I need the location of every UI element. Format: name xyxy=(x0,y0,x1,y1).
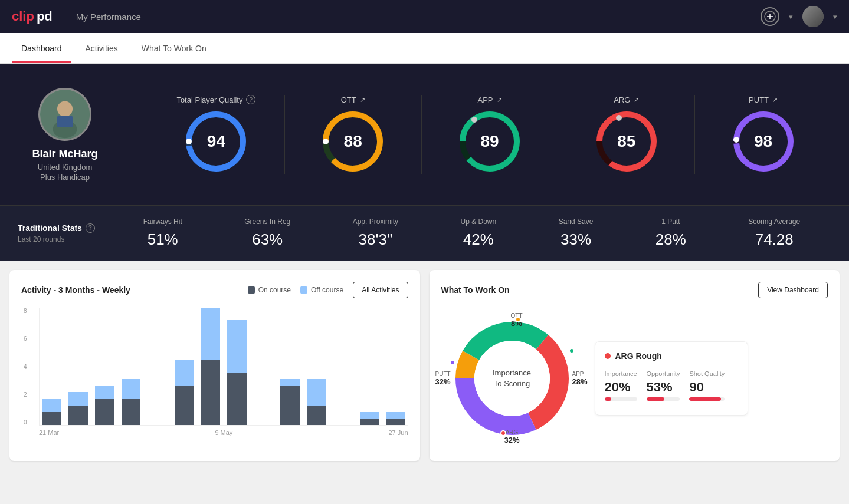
chart-legend: On course Off course xyxy=(248,286,344,294)
on-course-dot xyxy=(248,286,255,294)
stat-item: Up & Down 42% xyxy=(461,218,497,249)
logo: clippd xyxy=(12,9,53,24)
arg-metric-bar xyxy=(689,397,725,401)
arg-metric-label: Opportunity xyxy=(647,370,680,377)
score-arg: ARG ↗ 85 xyxy=(558,95,695,174)
add-button[interactable] xyxy=(761,7,779,26)
donut-label-putt: PUTT 32% xyxy=(435,371,451,386)
stat-item: Greens In Reg 63% xyxy=(244,218,290,249)
score-app: APP ↗ 89 xyxy=(422,95,559,174)
what-to-work-on-card: What To Work On View Dashboard xyxy=(430,270,840,461)
bar-group xyxy=(40,308,64,425)
putt-value: 98 xyxy=(754,132,772,151)
donut-label-arg: ARG 32% xyxy=(504,429,519,444)
stat-label: Sand Save xyxy=(559,218,594,226)
chart-container: 8 6 4 2 0 21 Mar 9 May 27 Jun xyxy=(21,308,408,436)
bar-group xyxy=(251,308,276,425)
ott-highlight-dot xyxy=(515,317,521,322)
activity-chart-card: Activity - 3 Months - Weekly On course O… xyxy=(9,270,420,461)
hero-profile: Blair McHarg United Kingdom Plus Handica… xyxy=(18,88,112,182)
app-highlight-dot xyxy=(569,348,575,354)
player-handicap: Plus Handicap xyxy=(40,173,90,182)
on-course-bar xyxy=(175,386,194,425)
bar-stack xyxy=(331,308,355,425)
y-axis: 8 6 4 2 0 xyxy=(21,308,29,426)
putt-highlight-dot xyxy=(450,360,455,365)
total-quality-help-icon[interactable]: ? xyxy=(246,95,255,104)
bar-stack xyxy=(225,308,249,425)
stat-value: 63% xyxy=(252,230,283,249)
bar-stack xyxy=(66,308,90,425)
stats-label: Traditional Stats ? xyxy=(18,223,112,233)
stat-value: 38'3" xyxy=(359,230,393,249)
off-course-bar xyxy=(95,386,114,398)
stat-value: 74.28 xyxy=(755,230,794,249)
off-course-bar xyxy=(280,379,300,386)
work-card-header: What To Work On View Dashboard xyxy=(441,282,828,298)
arg-rough-title: ARG Rough xyxy=(605,351,738,361)
score-ott: OTT ↗ 88 xyxy=(285,95,422,174)
on-course-bar xyxy=(122,399,141,425)
stat-label: App. Proximity xyxy=(353,218,398,226)
arg-metric-value: 53% xyxy=(647,380,680,395)
off-course-bar xyxy=(175,360,194,386)
donut-center-text: Importance To Scoring xyxy=(493,368,531,389)
ott-trend: ↗ xyxy=(360,96,365,104)
stats-bar: Traditional Stats ? Last 20 rounds Fairw… xyxy=(0,205,849,261)
score-putt: PUTT ↗ 98 xyxy=(695,95,831,174)
arg-metric-value: 20% xyxy=(605,380,637,395)
bar-stack xyxy=(358,308,382,425)
total-quality-chart: 94 xyxy=(183,109,248,174)
hero-divider xyxy=(130,81,130,187)
bar-group xyxy=(225,308,249,425)
on-course-bar xyxy=(68,406,88,425)
off-course-bar xyxy=(68,392,88,405)
header: clippd My Performance ▾ ▾ xyxy=(0,0,849,33)
off-course-bar xyxy=(360,412,379,419)
on-course-bar xyxy=(95,399,114,425)
arg-metric: Shot Quality 90 xyxy=(689,370,725,401)
putt-chart: 98 xyxy=(731,109,796,174)
view-dashboard-button[interactable]: View Dashboard xyxy=(758,282,828,298)
app-chart: 89 xyxy=(457,109,522,174)
app-value: 89 xyxy=(480,132,499,151)
bar-group xyxy=(146,308,170,425)
hero-section: Blair McHarg United Kingdom Plus Handica… xyxy=(0,64,849,205)
legend-on-course: On course xyxy=(248,286,291,294)
off-course-bar xyxy=(307,379,326,405)
stat-item: Fairways Hit 51% xyxy=(143,218,182,249)
all-activities-button[interactable]: All Activities xyxy=(353,282,408,298)
arg-metric-label: Shot Quality xyxy=(689,370,725,377)
stat-label: Greens In Reg xyxy=(244,218,290,226)
tab-dashboard[interactable]: Dashboard xyxy=(12,35,71,63)
work-card-title: What To Work On xyxy=(441,285,510,295)
arg-metric: Opportunity 53% xyxy=(647,370,680,401)
avatar-dropdown-arrow[interactable]: ▾ xyxy=(833,12,837,21)
bar-stack xyxy=(198,308,222,425)
tab-activities[interactable]: Activities xyxy=(76,35,127,63)
nav-tabs: Dashboard Activities What To Work On xyxy=(0,33,849,64)
add-dropdown-arrow[interactable]: ▾ xyxy=(789,12,793,21)
bar-group xyxy=(93,308,117,425)
stats-help-icon[interactable]: ? xyxy=(86,223,95,233)
tab-what-to-work-on[interactable]: What To Work On xyxy=(132,35,216,63)
arg-trend: ↗ xyxy=(634,96,639,104)
stats-label-section: Traditional Stats ? Last 20 rounds xyxy=(18,223,112,243)
bar-stack xyxy=(172,308,196,425)
bar-stack xyxy=(93,308,117,425)
off-course-dot xyxy=(300,286,307,294)
bar-group xyxy=(198,308,222,425)
arg-metric-bar xyxy=(647,397,680,401)
user-avatar[interactable] xyxy=(802,6,824,27)
bar-group xyxy=(358,308,382,425)
bar-stack xyxy=(278,308,302,425)
on-course-bar xyxy=(307,406,326,425)
stat-item: App. Proximity 38'3" xyxy=(353,218,398,249)
bar-chart xyxy=(39,308,408,426)
arg-highlight-dot xyxy=(500,430,506,436)
off-course-bar xyxy=(42,399,61,412)
bar-stack xyxy=(304,308,329,425)
app-trend: ↗ xyxy=(497,96,502,104)
on-course-bar xyxy=(386,419,406,425)
arg-metric-value: 90 xyxy=(689,380,725,395)
